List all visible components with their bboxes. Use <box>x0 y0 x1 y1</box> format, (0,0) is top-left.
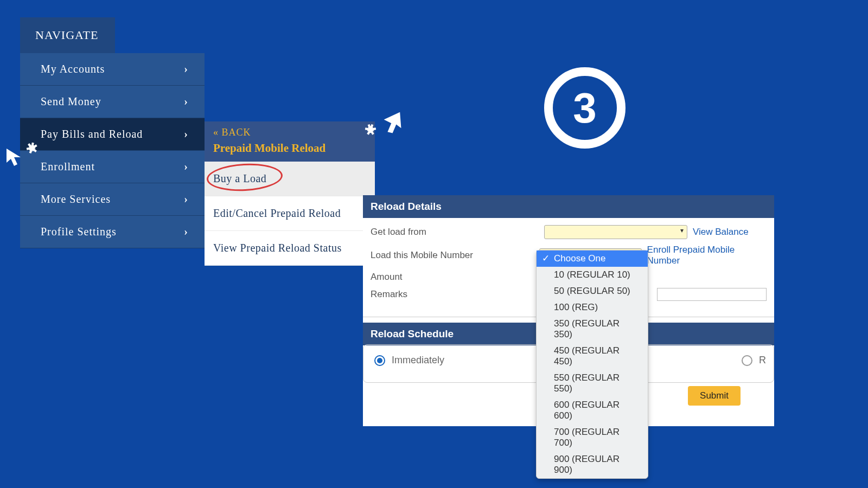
dropdown-option[interactable]: 100 (REG) <box>537 299 648 316</box>
cursor-icon <box>376 108 398 130</box>
nav-item-profile-settings[interactable]: Profile Settings› <box>20 216 205 248</box>
dropdown-option-selected[interactable]: Choose One <box>537 251 648 267</box>
chevron-right-icon: › <box>184 160 188 173</box>
submenu-header: « BACK Prepaid Mobile Reload <box>205 121 375 162</box>
nav-item-label: Send Money <box>41 95 101 108</box>
nav-item-enrollment[interactable]: Enrollment› <box>20 151 205 183</box>
chevron-right-icon: › <box>184 128 188 140</box>
schedule-immediately-label: Immediately <box>392 355 444 366</box>
back-link[interactable]: « BACK <box>213 127 366 138</box>
get-load-from-label: Get load from <box>371 227 544 237</box>
back-label: BACK <box>222 127 251 138</box>
nav-item-label: More Services <box>41 193 111 206</box>
dropdown-option[interactable]: 350 (REGULAR 350) <box>537 316 648 343</box>
double-chevron-left-icon: « <box>213 127 219 138</box>
radio-unchecked-icon <box>742 355 752 366</box>
nav-item-more-services[interactable]: More Services› <box>20 183 205 216</box>
load-mobile-label: Load this Mobile Number <box>371 250 539 261</box>
chevron-right-icon: › <box>184 63 188 75</box>
svg-marker-0 <box>7 149 21 166</box>
enroll-mobile-link[interactable]: Enroll Prepaid Mobile Number <box>647 245 767 266</box>
reload-details-header: Reload Details <box>363 195 774 218</box>
nav-item-label: Pay Bills and Reload <box>41 128 143 140</box>
step-number-badge: 3 <box>544 67 626 149</box>
nav-item-my-accounts[interactable]: My Accounts› <box>20 53 205 86</box>
nav-item-label: Enrollment <box>41 160 95 173</box>
submenu-item-buy-a-load[interactable]: Buy a Load <box>205 162 375 196</box>
highlight-oval-icon <box>206 162 283 192</box>
navigate-sidebar: NAVIGATE My Accounts›Send Money›Pay Bill… <box>20 17 205 248</box>
submenu-item-edit-cancel-prepaid-reload[interactable]: Edit/Cancel Prepaid Reload <box>205 196 375 231</box>
dropdown-option[interactable]: 700 (REGULAR 700) <box>537 424 648 451</box>
schedule-immediately-option[interactable]: Immediately <box>374 355 444 366</box>
radio-checked-icon <box>374 355 385 366</box>
dropdown-option[interactable]: 600 (REGULAR 600) <box>537 397 648 424</box>
chevron-down-icon: ▾ <box>680 227 684 234</box>
nav-item-label: My Accounts <box>41 63 105 75</box>
dropdown-option[interactable]: 10 (REGULAR 10) <box>537 267 648 283</box>
amount-dropdown[interactable]: Choose One 10 (REGULAR 10)50 (REGULAR 50… <box>536 250 648 479</box>
submenu-title: Prepaid Mobile Reload <box>213 142 366 155</box>
amount-label: Amount <box>371 272 544 282</box>
submenu-item-view-prepaid-reload-status[interactable]: View Prepaid Reload Status <box>205 231 375 266</box>
dropdown-option[interactable]: 450 (REGULAR 450) <box>537 343 648 370</box>
schedule-other-option[interactable]: R <box>742 355 766 366</box>
dropdown-option[interactable]: 50 (REGULAR 50) <box>537 283 648 299</box>
schedule-other-label: R <box>759 355 766 366</box>
chevron-right-icon: › <box>184 193 188 206</box>
nav-item-label: Profile Settings <box>41 226 117 238</box>
nav-item-send-money[interactable]: Send Money› <box>20 86 205 118</box>
navigate-tab: NAVIGATE <box>20 17 115 53</box>
chevron-right-icon: › <box>184 226 188 238</box>
get-load-from-select[interactable]: ▾ <box>544 225 687 239</box>
submit-button[interactable]: Submit <box>688 386 741 406</box>
dropdown-option[interactable]: 550 (REGULAR 550) <box>537 370 648 397</box>
chevron-right-icon: › <box>184 95 188 108</box>
view-balance-link[interactable]: View Balance <box>693 227 749 237</box>
nav-item-pay-bills-and-reload[interactable]: Pay Bills and Reload› <box>20 118 205 151</box>
prepaid-submenu: « BACK Prepaid Mobile Reload Buy a LoadE… <box>205 121 375 266</box>
remarks-label: Remarks <box>371 289 542 300</box>
dropdown-option[interactable]: 900 (REGULAR 900) <box>537 451 648 478</box>
remarks-input[interactable] <box>657 288 767 301</box>
svg-marker-1 <box>384 112 401 133</box>
